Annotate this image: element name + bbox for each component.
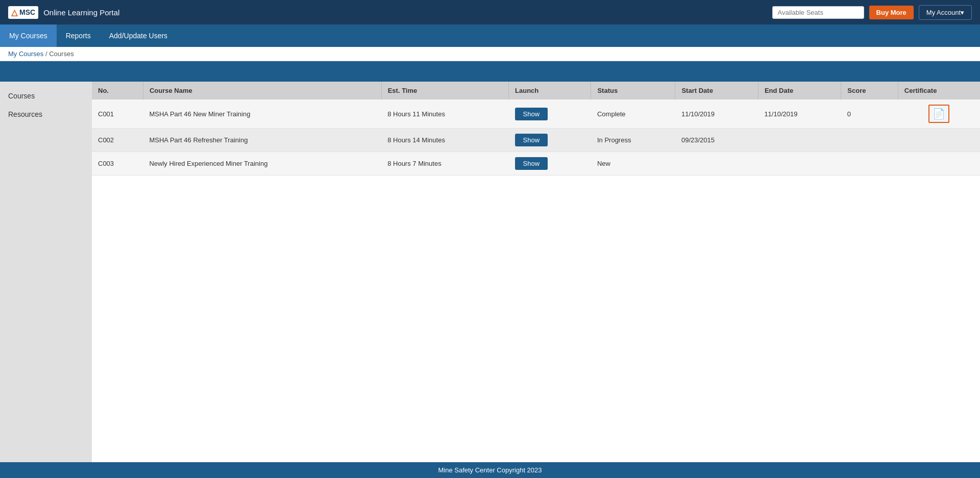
cell-score: 0 — [841, 99, 898, 129]
col-header-status: Status — [591, 82, 675, 99]
footer-copyright: Mine Safety Center Copyright 2023 — [438, 466, 542, 474]
blue-banner — [0, 61, 980, 82]
cell-number: C003 — [92, 152, 143, 175]
col-header-launch: Launch — [509, 82, 591, 99]
cell-number: C001 — [92, 99, 143, 129]
cell-end-date — [758, 129, 841, 152]
cell-certificate — [898, 129, 980, 152]
cell-course-name[interactable]: MSHA Part 46 New Miner Training — [143, 99, 381, 129]
cell-start-date — [675, 152, 758, 175]
logo: △ MSC — [8, 6, 38, 19]
content-wrapper: Courses Resources No. Course Name Est. T… — [0, 82, 980, 462]
cell-launch: Show — [509, 129, 591, 152]
certificate-icon-wrapper[interactable]: 📄 — [928, 105, 949, 123]
col-header-certificate: Certificate — [898, 82, 980, 99]
available-seats-input[interactable] — [772, 6, 864, 19]
cell-status: New — [591, 152, 675, 175]
col-header-course-name: Course Name — [143, 82, 381, 99]
col-header-number: No. — [92, 82, 143, 99]
certificate-icon: 📄 — [933, 108, 945, 119]
header-left: △ MSC Online Learning Portal — [8, 6, 119, 19]
col-header-est-time: Est. Time — [381, 82, 508, 99]
cell-est-time: 8 Hours 11 Minutes — [381, 99, 508, 129]
cell-certificate — [898, 152, 980, 175]
show-button[interactable]: Show — [515, 157, 548, 170]
sidebar-item-courses[interactable]: Courses — [0, 87, 92, 105]
col-header-start-date: Start Date — [675, 82, 758, 99]
cell-number: C002 — [92, 129, 143, 152]
course-table: No. Course Name Est. Time Launch Status … — [92, 82, 980, 175]
my-account-button[interactable]: My Account▾ — [919, 5, 972, 20]
nav-item-reports[interactable]: Reports — [57, 24, 100, 47]
show-button[interactable]: Show — [515, 108, 548, 120]
cell-end-date: 11/10/2019 — [758, 99, 841, 129]
cell-score — [841, 129, 898, 152]
header: △ MSC Online Learning Portal Buy More My… — [0, 0, 980, 24]
sidebar-item-resources[interactable]: Resources — [0, 105, 92, 123]
breadcrumb-current: Courses — [49, 50, 74, 58]
sidebar: Courses Resources — [0, 82, 92, 462]
breadcrumb: My Courses / Courses — [0, 47, 980, 61]
cell-launch: Show — [509, 152, 591, 175]
show-button[interactable]: Show — [515, 134, 548, 146]
nav-item-add-update-users[interactable]: Add/Update Users — [100, 24, 177, 47]
cell-course-name[interactable]: MSHA Part 46 Refresher Training — [143, 129, 381, 152]
cell-certificate[interactable]: 📄 — [898, 99, 980, 129]
cell-course-name[interactable]: Newly Hired Experienced Miner Training — [143, 152, 381, 175]
table-header-row: No. Course Name Est. Time Launch Status … — [92, 82, 980, 99]
main-content: No. Course Name Est. Time Launch Status … — [92, 82, 980, 462]
cell-est-time: 8 Hours 7 Minutes — [381, 152, 508, 175]
header-right: Buy More My Account▾ — [772, 5, 972, 20]
table-row: C002MSHA Part 46 Refresher Training8 Hou… — [92, 129, 980, 152]
logo-icon: △ — [11, 8, 17, 17]
navbar: My Courses Reports Add/Update Users — [0, 24, 980, 47]
cell-status: Complete — [591, 99, 675, 129]
cell-start-date: 11/10/2019 — [675, 99, 758, 129]
cell-end-date — [758, 152, 841, 175]
cell-score — [841, 152, 898, 175]
logo-text: MSC — [19, 8, 35, 16]
cell-launch: Show — [509, 99, 591, 129]
table-row: C001MSHA Part 46 New Miner Training8 Hou… — [92, 99, 980, 129]
breadcrumb-parent-link[interactable]: My Courses — [8, 50, 43, 58]
cell-status: In Progress — [591, 129, 675, 152]
cell-start-date: 09/23/2015 — [675, 129, 758, 152]
cell-est-time: 8 Hours 14 Minutes — [381, 129, 508, 152]
col-header-end-date: End Date — [758, 82, 841, 99]
table-row: C003Newly Hired Experienced Miner Traini… — [92, 152, 980, 175]
buy-more-button[interactable]: Buy More — [869, 6, 914, 19]
col-header-score: Score — [841, 82, 898, 99]
portal-title: Online Learning Portal — [43, 8, 119, 17]
footer: Mine Safety Center Copyright 2023 — [0, 462, 980, 478]
nav-item-my-courses[interactable]: My Courses — [0, 24, 57, 47]
